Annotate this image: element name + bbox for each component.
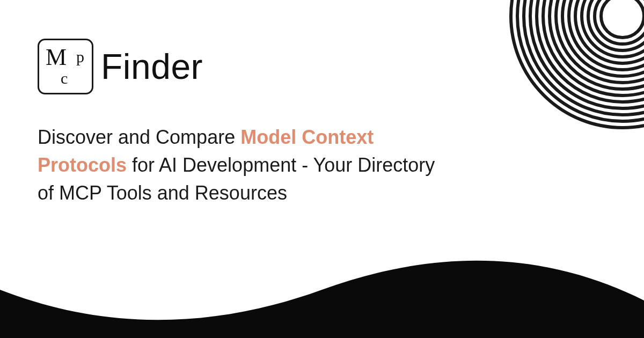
logo-mark: M p c (38, 39, 93, 94)
svg-point-1 (595, 0, 644, 44)
svg-point-9 (543, 0, 644, 95)
headline-pre: Discover and Compare (38, 126, 240, 148)
brand-logo: M p c Finder (38, 39, 203, 94)
logo-letter-p: p (76, 48, 84, 66)
svg-point-11 (530, 0, 644, 108)
svg-point-4 (575, 0, 644, 63)
svg-point-5 (569, 0, 644, 70)
decorative-arcs (472, 0, 644, 134)
svg-point-13 (517, 0, 644, 121)
svg-point-6 (562, 0, 644, 76)
svg-point-14 (511, 0, 644, 128)
promo-card: M p c Finder Discover and Compare Model … (0, 0, 644, 338)
svg-point-10 (537, 0, 644, 102)
svg-point-3 (582, 0, 644, 57)
logo-letter-m: M (46, 43, 67, 71)
svg-point-12 (524, 0, 644, 115)
svg-point-2 (588, 0, 644, 50)
svg-point-7 (556, 0, 644, 83)
decorative-wave (0, 241, 644, 338)
headline-text: Discover and Compare Model Context Proto… (38, 123, 451, 208)
svg-point-0 (601, 0, 644, 38)
logo-letter-c: c (61, 69, 68, 87)
logo-wordmark: Finder (101, 46, 203, 87)
svg-point-8 (550, 0, 644, 89)
